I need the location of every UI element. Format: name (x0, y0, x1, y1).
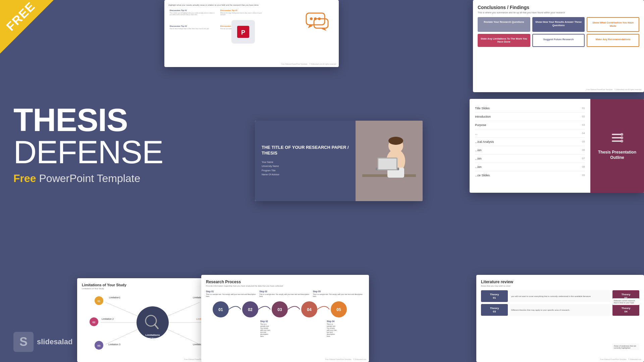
toc-right-panel: Thesis Presentation Outline (590, 99, 644, 193)
toc-label-4: ... (475, 132, 478, 135)
slide-research: Research Process Provide information reg… (201, 275, 369, 362)
conclusions-footer: Free Slideset PowerPoint Template © Slid… (586, 88, 641, 90)
toc-label-1: Title Slides (475, 107, 490, 110)
conc-card-1: Restate Your Research Questions (478, 17, 530, 32)
research-title: Research Process (206, 280, 364, 284)
lit-footer: Free Slideset PowerPoint Template © Slid… (600, 358, 641, 360)
brand-area: S slidesalad (13, 332, 72, 352)
svg-text:of Your: of Your (148, 337, 157, 340)
subtitle-free: Free (13, 172, 36, 184)
title-slide-right (356, 121, 423, 201)
theory-box-4: Theory04 (612, 304, 639, 316)
toc-label-9: ...ce Slides (475, 174, 490, 177)
main-title-area: THESIS DEFENSE Free PowerPoint Template (13, 104, 248, 185)
svg-text:01: 01 (218, 307, 223, 312)
tip1-title: Discussion Tip #1 (170, 9, 216, 11)
svg-point-35 (95, 296, 103, 305)
slide-conclusions: Conclusions / Findings This is where you… (473, 0, 644, 92)
research-steps-top: Step 01 This is a sample text. You simpl… (206, 290, 364, 297)
process-circles: 01 02 03 04 05 (206, 300, 364, 319)
toc-item-2: Introduction 02 (475, 113, 585, 121)
discussion-tip-3: Discussion Tip #3 How do these findings … (168, 24, 218, 36)
svg-point-1 (310, 17, 313, 20)
toc-num-8: 08 (582, 165, 585, 169)
svg-rect-4 (314, 19, 328, 28)
discussion-tip-1: Discussion Tip #1 This is where you will… (168, 8, 218, 22)
svg-text:Study: Study (149, 340, 157, 343)
svg-line-26 (153, 302, 200, 322)
svg-rect-9 (612, 137, 621, 138)
theory-desc-3: Different theories that may apply to you… (510, 304, 610, 316)
toc-label-8: ...ion (475, 165, 482, 169)
university-name: University Name (262, 164, 349, 169)
conclusions-title: Conclusions / Findings (478, 5, 639, 10)
slide-title-main: THE TITLE OF YOUR RESEARCH PAPER / THESI… (255, 121, 423, 201)
toc-num-5: 05 (582, 140, 585, 143)
step-3: Step 03 This is a sample text. You simpl… (259, 290, 311, 297)
svg-line-25 (106, 322, 153, 344)
theory-desc-2: Relevant current research that is close … (612, 298, 639, 305)
svg-point-38 (90, 317, 98, 326)
svg-text:Limitation 2: Limitation 2 (102, 318, 114, 320)
svg-point-29 (137, 306, 169, 339)
svg-rect-22 (378, 159, 396, 169)
main-title: THESIS DEFENSE (13, 104, 248, 168)
toc-label-5: ...ical Analysis (475, 140, 494, 143)
advisor-name: Name Of Advisor (262, 173, 349, 177)
conclusions-row1: Restate Your Research Questions Show How… (478, 17, 639, 32)
slide-literature: Literature review Areas that you may wis… (476, 275, 644, 362)
svg-point-18 (388, 137, 403, 145)
lit-row2: Theory03 Different theories that may app… (481, 304, 639, 316)
svg-text:Limitation 3: Limitation 3 (108, 343, 120, 346)
chat-bubbles-icon (305, 11, 331, 32)
toc-num-2: 02 (582, 115, 585, 118)
program-title: Program Title (262, 169, 349, 173)
toc-label-2: Introduction (475, 115, 491, 118)
svg-text:05: 05 (336, 307, 341, 312)
svg-rect-10 (612, 140, 621, 142)
person-photo (356, 121, 423, 201)
title-thesis: THESIS (13, 102, 128, 138)
svg-text:Limitation1: Limitation1 (109, 296, 120, 299)
subtitle-rest: PowerPoint Template (36, 172, 141, 184)
lit-title: Literature review (481, 280, 639, 284)
svg-line-28 (153, 322, 200, 344)
toc-num-9: 09 (582, 174, 585, 177)
research-subtitle: Provide information regarding how you ha… (206, 285, 364, 287)
svg-text:P: P (241, 29, 245, 36)
toc-list: Title Slides 01 Introduction 02 Purpose … (470, 99, 590, 193)
ppt-icon: P (231, 20, 255, 44)
slide-toc: Title Slides 01 Introduction 02 Purpose … (470, 99, 644, 193)
conc-card-3: Show What Contribution You Have Made (587, 17, 639, 32)
conclusions-row2: State Any Limitations To The Work You Ha… (478, 34, 639, 47)
step-1: Step 01 This is a sample text. You simpl… (206, 290, 257, 297)
svg-text:03: 03 (98, 344, 101, 347)
svg-text:03: 03 (277, 307, 282, 312)
title-meta: Your Name University Name Program Title … (262, 160, 349, 177)
svg-point-41 (95, 341, 103, 350)
tip1-body: This is where you will highlight what yo… (170, 12, 216, 15)
toc-item-6: ...ion 06 (475, 146, 585, 155)
lit-subtitle: Areas that you may wish to cover (481, 285, 639, 287)
discussion-header: Highlight what your results actually mea… (168, 4, 335, 6)
toc-right-icon (610, 131, 624, 146)
toc-item-5: ...ical Analysis 05 (475, 138, 585, 146)
svg-text:02: 02 (248, 307, 253, 312)
svg-point-12 (621, 136, 623, 139)
conc-card-6: Make Any Recommendations (587, 34, 639, 47)
svg-text:04: 04 (307, 307, 312, 312)
research-footer: Free Slideset PowerPoint Template © Slid… (325, 358, 366, 360)
tip2-body: What are the major findings and what do … (220, 12, 267, 15)
svg-rect-8 (612, 134, 621, 135)
your-name: Your Name (262, 160, 349, 165)
step-2: Step 02 This is a sample text. You simpl… (260, 320, 271, 337)
step-5: Step 05 This is a sample text. You simpl… (313, 290, 364, 297)
title-defense: DEFENSE (13, 134, 163, 170)
conc-card-4: State Any Limitations To The Work You Ha… (478, 34, 530, 47)
svg-line-23 (106, 302, 153, 322)
toc-label-7: ...ion (475, 157, 482, 160)
toc-num-4: 04 (582, 132, 585, 135)
toc-num-6: 06 (582, 148, 585, 152)
toc-label-6: ...ion (475, 148, 482, 152)
toc-item-7: ...ion 07 (475, 155, 585, 163)
